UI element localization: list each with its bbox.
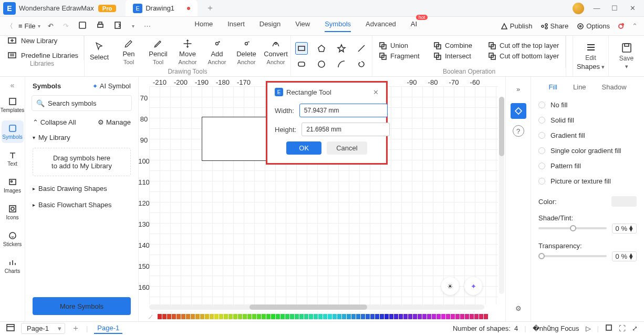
fragment-button[interactable]: Fragment: [379, 52, 421, 60]
height-input[interactable]: [302, 123, 390, 136]
pen-tool[interactable]: PenTool: [114, 36, 143, 68]
play-icon[interactable]: ▷: [586, 324, 591, 332]
canvas[interactable]: E Rectangle Tool ✕ Width: Height: OK Can…: [149, 86, 498, 304]
back-button[interactable]: 〈: [6, 22, 13, 31]
minimize-button[interactable]: —: [591, 4, 602, 12]
line-shape[interactable]: [355, 42, 368, 55]
save-icon[interactable]: [76, 20, 89, 32]
ok-button[interactable]: OK: [286, 141, 321, 155]
transparency-slider[interactable]: [538, 255, 607, 257]
circle-shape[interactable]: [315, 58, 328, 70]
symbol-drop-zone[interactable]: Drag symbols hereto add to My Library: [33, 148, 131, 176]
predefine-libraries-button[interactable]: Predefine Libraries: [7, 50, 84, 60]
collapse-all-button[interactable]: ⌃ Collapse All: [33, 118, 76, 126]
rail-symbols[interactable]: Symbols: [2, 120, 24, 143]
tab-view[interactable]: View: [295, 20, 310, 32]
publish-button[interactable]: Publish: [501, 22, 533, 30]
expand-right-icon[interactable]: »: [511, 81, 526, 97]
close-window-button[interactable]: ✕: [627, 4, 638, 12]
combine-button[interactable]: Combine: [433, 42, 475, 50]
horizontal-scrollbar[interactable]: [149, 304, 484, 310]
eyedropper-icon[interactable]: ⟋: [147, 313, 154, 321]
pencil-tool[interactable]: PencilTool: [143, 36, 173, 68]
options-button[interactable]: Options: [577, 22, 610, 30]
fill-tab[interactable]: Fill: [548, 83, 557, 91]
gradient-fill-option[interactable]: Gradient fill: [538, 128, 637, 143]
more-symbols-button[interactable]: More Symbols: [33, 297, 131, 315]
rail-images[interactable]: Images: [2, 174, 24, 197]
width-input[interactable]: [299, 104, 388, 117]
cancel-button[interactable]: Cancel: [327, 141, 367, 155]
brightness-icon[interactable]: ☀: [441, 277, 459, 295]
notification-icon[interactable]: [618, 24, 624, 29]
rectangle-shape[interactable]: [295, 42, 308, 55]
share-button[interactable]: Share: [541, 22, 568, 30]
transparency-value[interactable]: 0 %▴▾: [612, 251, 637, 261]
union-button[interactable]: Union: [379, 42, 421, 50]
tab-home[interactable]: Home: [195, 20, 213, 32]
export-more[interactable]: ▾: [130, 22, 137, 30]
convert-anchor-tool[interactable]: ConvertAnchor: [261, 36, 290, 68]
line-tab[interactable]: Line: [573, 83, 586, 91]
pentagon-shape[interactable]: [315, 42, 328, 55]
tab-ai[interactable]: AIhot: [411, 20, 417, 32]
color-strip[interactable]: ⟋ document.write(Array.from({length:70},…: [139, 312, 505, 321]
fill-tool-icon[interactable]: [511, 103, 526, 119]
maximize-button[interactable]: ☐: [609, 4, 620, 12]
tab-advanced[interactable]: Advanced: [366, 20, 396, 32]
dialog-close-button[interactable]: ✕: [373, 88, 379, 96]
page-dropdown[interactable]: Page-1: [21, 323, 65, 334]
single-gradient-option[interactable]: Single color gradient fill: [538, 143, 637, 158]
arc-shape[interactable]: [335, 58, 348, 70]
add-page-button[interactable]: ＋: [71, 323, 80, 334]
rail-icons[interactable]: Icons: [2, 201, 24, 224]
zoom-fit-icon[interactable]: ⛶: [619, 324, 626, 332]
delete-anchor-tool[interactable]: DeleteAnchor: [232, 36, 261, 68]
manage-button[interactable]: ⚙ Manage: [98, 118, 131, 126]
export-icon[interactable]: [112, 20, 124, 32]
cut-top-button[interactable]: Cut off the top layer: [488, 42, 559, 50]
solid-fill-option[interactable]: Solid fill: [538, 113, 637, 128]
star-shape[interactable]: [335, 42, 348, 55]
page-view-icon[interactable]: [6, 324, 15, 333]
print-icon[interactable]: [94, 20, 107, 32]
no-fill-option[interactable]: No fill: [538, 97, 637, 113]
shadow-tab[interactable]: Shadow: [602, 83, 627, 91]
more-icon[interactable]: ⋯: [142, 21, 153, 31]
settings-icon[interactable]: ⚙: [511, 300, 526, 316]
pattern-fill-option[interactable]: Pattern fill: [538, 158, 637, 174]
rounded-rect-shape[interactable]: [295, 58, 308, 70]
flowchart-shapes-section[interactable]: ▸Basic Flowchart Shapes: [25, 197, 138, 213]
shade-slider[interactable]: [538, 227, 607, 229]
basic-shapes-section[interactable]: ▸Basic Drawing Shapes: [25, 180, 138, 197]
collapse-left-icon[interactable]: «: [11, 81, 15, 89]
texture-fill-option[interactable]: Picture or texture fill: [538, 174, 637, 189]
user-avatar[interactable]: [573, 3, 584, 14]
zoom-out-icon[interactable]: [605, 324, 612, 333]
cut-bottom-button[interactable]: Cut off bottom layer: [488, 52, 559, 60]
edit-shapes-button[interactable]: EditShapes ▾: [573, 36, 608, 76]
rail-charts[interactable]: Charts: [2, 255, 24, 277]
new-library-button[interactable]: New Library: [7, 36, 84, 45]
focus-button[interactable]: �những Focus: [533, 324, 579, 332]
fullscreen-icon[interactable]: ⤢: [632, 324, 638, 332]
new-tab-button[interactable]: ＋: [203, 3, 217, 14]
my-library-section[interactable]: ▾My Library: [25, 129, 138, 146]
tab-insert[interactable]: Insert: [227, 20, 245, 32]
rail-stickers[interactable]: Stickers: [2, 228, 24, 250]
color-swatch[interactable]: [611, 196, 637, 207]
page-tab[interactable]: Page-1: [94, 323, 122, 334]
move-anchor-tool[interactable]: MoveAnchor: [173, 36, 202, 68]
document-tab[interactable]: E Drawing1: [126, 0, 198, 16]
tab-design[interactable]: Design: [259, 20, 281, 32]
undo-button[interactable]: ↶: [46, 21, 56, 31]
rail-text[interactable]: Text: [2, 147, 24, 170]
vertical-scrollbar[interactable]: [499, 97, 504, 294]
file-menu[interactable]: ≡File▾: [18, 22, 40, 30]
spiral-shape[interactable]: [355, 58, 368, 70]
sparkle-icon[interactable]: ✦: [464, 277, 482, 295]
intersect-button[interactable]: Intersect: [433, 52, 475, 60]
redo-button[interactable]: ↷: [61, 21, 71, 31]
ai-symbol-button[interactable]: ✦ AI Symbol: [92, 82, 131, 90]
select-tool[interactable]: Select: [85, 36, 114, 68]
